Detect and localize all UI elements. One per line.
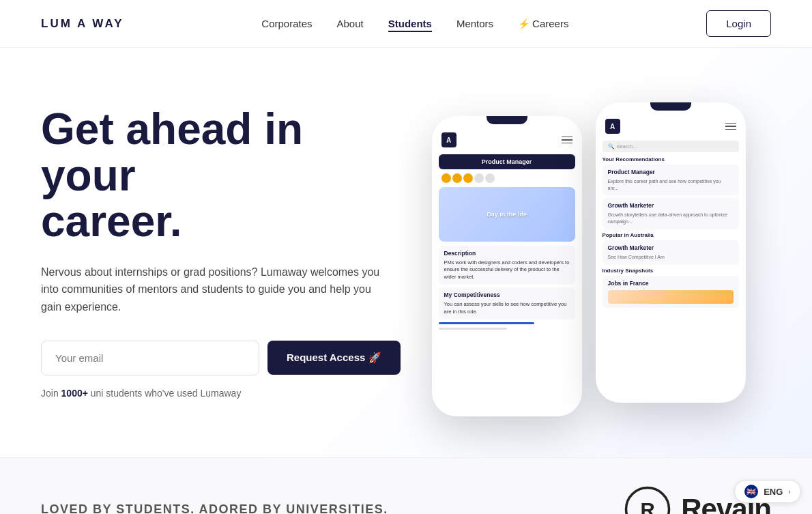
nav-link-corporates[interactable]: Corporates xyxy=(261,18,312,29)
bottom-strip: LOVED BY STUDENTS. ADORED BY UNIVERSITIE… xyxy=(0,457,812,514)
phone-rec-card-1: Product Manager Explore this career path… xyxy=(603,165,739,195)
join-text: Join 1000+ uni students who've used Luma… xyxy=(41,388,406,399)
phone-stars-left xyxy=(439,173,575,183)
nav-item-careers[interactable]: ⚡ Careers xyxy=(518,18,568,29)
request-access-button[interactable]: Request Access 🚀 xyxy=(267,341,401,375)
phones-container: A Product Manager Day in the xyxy=(432,75,746,430)
phone-img-left: Day in the life xyxy=(439,187,575,242)
language-badge[interactable]: 🇬🇧 ENG › xyxy=(734,480,801,503)
hero-content: Get ahead in your career. Nervous about … xyxy=(41,106,406,398)
phone-header-right: A xyxy=(603,115,739,138)
phone-card-desc: Description PMs work with designers and … xyxy=(439,246,575,285)
phone-menu-icon-right xyxy=(725,123,736,130)
phone-screen-left: A Product Manager Day in the xyxy=(432,128,582,330)
phone-search-bar: 🔍 Search... xyxy=(603,141,739,152)
phone-notch-left xyxy=(487,116,527,124)
phone-header-left: A xyxy=(439,128,575,152)
phone-logo-left: A xyxy=(441,132,456,147)
progress-bar-left2 xyxy=(439,328,507,330)
phone-snapshot-card: Jobs in France xyxy=(603,276,739,308)
hero-subtitle: Nervous about internships or grad positi… xyxy=(41,263,382,316)
logo[interactable]: LUM A WAY xyxy=(41,17,124,31)
nav-link-mentors[interactable]: Mentors xyxy=(456,18,493,29)
svg-text:R: R xyxy=(641,498,655,515)
phone-screen-right: A 🔍 Search... Your Recommendations Produ… xyxy=(596,115,746,308)
nav-link-careers[interactable]: ⚡ Careers xyxy=(518,18,568,29)
nav-item-students[interactable]: Students xyxy=(388,18,432,30)
lightning-icon: ⚡ xyxy=(518,18,530,29)
section-popular: Popular in Australia xyxy=(603,232,739,238)
email-input[interactable] xyxy=(41,341,259,375)
phone-popular-card: Growth Marketer See How Competitive I Am xyxy=(603,240,739,265)
nav-link-students[interactable]: Students xyxy=(388,18,432,32)
phone-left: A Product Manager Day in the xyxy=(432,116,582,416)
revain-icon: R xyxy=(624,485,671,514)
nav-item-mentors[interactable]: Mentors xyxy=(456,18,493,30)
phone-notch-right xyxy=(650,102,691,111)
progress-bar-left xyxy=(439,322,534,324)
chevron-right-icon: › xyxy=(788,487,791,496)
nav-item-corporates[interactable]: Corporates xyxy=(261,18,312,30)
navbar: LUM A WAY Corporates About Students Ment… xyxy=(0,0,812,48)
logo-text: LUM A WAY xyxy=(41,17,124,31)
section-snapshots: Industry Snapshots xyxy=(603,268,739,274)
nav-item-about[interactable]: About xyxy=(337,18,364,30)
section-recommendations: Your Recommendations xyxy=(603,156,739,162)
phone-right: A 🔍 Search... Your Recommendations Produ… xyxy=(596,102,746,403)
phone-title-left: Product Manager xyxy=(439,154,575,169)
email-row: Request Access 🚀 xyxy=(41,341,406,375)
hero-image: A Product Manager Day in the xyxy=(406,75,771,430)
flag-icon: 🇬🇧 xyxy=(744,485,758,498)
loved-text: LOVED BY STUDENTS. ADORED BY UNIVERSITIE… xyxy=(41,502,388,515)
hero-section: Get ahead in your career. Nervous about … xyxy=(0,48,812,457)
phone-rec-card-2: Growth Marketer Growth storytellers use … xyxy=(603,198,739,229)
search-icon: 🔍 xyxy=(608,143,614,149)
nav-link-about[interactable]: About xyxy=(337,18,364,29)
phone-logo-right: A xyxy=(605,119,620,134)
nav-links: Corporates About Students Mentors ⚡ Care… xyxy=(261,18,568,30)
hero-title: Get ahead in your career. xyxy=(41,106,406,244)
phone-card-competitiveness: My Competitiveness You can assess your s… xyxy=(439,287,575,319)
login-button[interactable]: Login xyxy=(706,10,771,37)
phone-menu-icon xyxy=(562,137,572,144)
lang-code: ENG xyxy=(764,487,783,497)
